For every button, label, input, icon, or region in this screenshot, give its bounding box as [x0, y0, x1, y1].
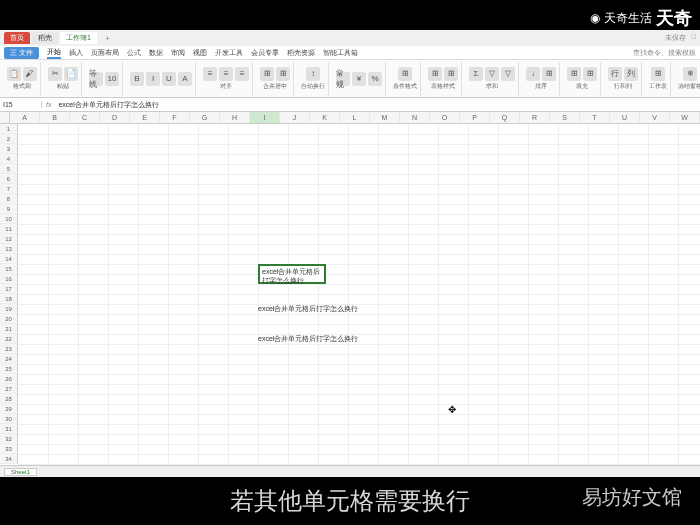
column-header[interactable]: U	[610, 112, 640, 123]
ribbon-icon[interactable]: ⊞	[651, 67, 665, 81]
ribbon-icon[interactable]: 📋	[7, 67, 21, 81]
menu-layout[interactable]: 页面布局	[91, 48, 119, 58]
formula-input[interactable]: excel合并单元格后打字怎么换行	[55, 100, 700, 110]
row-header[interactable]: 21	[0, 324, 18, 334]
ribbon-icon[interactable]: ▽	[501, 67, 515, 81]
menu-data[interactable]: 数据	[149, 48, 163, 58]
ribbon-icon[interactable]: 等线	[89, 72, 103, 86]
column-header[interactable]: Q	[490, 112, 520, 123]
row-header[interactable]: 17	[0, 284, 18, 294]
ribbon-icon[interactable]: ▽	[485, 67, 499, 81]
row-header[interactable]: 32	[0, 434, 18, 444]
row-header[interactable]: 24	[0, 354, 18, 364]
row-header[interactable]: 15	[0, 264, 18, 274]
ribbon-icon[interactable]: ⊞	[567, 67, 581, 81]
column-header[interactable]: F	[160, 112, 190, 123]
column-header[interactable]: S	[550, 112, 580, 123]
file-menu[interactable]: 三 文件	[4, 47, 39, 59]
column-header[interactable]: I	[250, 112, 280, 123]
ribbon-icon[interactable]: 行	[608, 67, 622, 81]
row-header[interactable]: 5	[0, 164, 18, 174]
ribbon-icon[interactable]: ✂	[48, 67, 62, 81]
menu-member[interactable]: 会员专享	[251, 48, 279, 58]
ribbon-icon[interactable]: ⊞	[444, 67, 458, 81]
menu-insert[interactable]: 插入	[69, 48, 83, 58]
cell-text[interactable]: excel合并单元格后打字怎么换行	[258, 304, 358, 314]
menu-smart[interactable]: 智能工具箱	[323, 48, 358, 58]
row-header[interactable]: 6	[0, 174, 18, 184]
ribbon-icon[interactable]: ≡	[219, 67, 233, 81]
tab-docer[interactable]: 稻壳	[32, 32, 58, 44]
ribbon-icon[interactable]: ≡	[203, 67, 217, 81]
ribbon-icon[interactable]: 10	[105, 72, 119, 86]
row-header[interactable]: 11	[0, 224, 18, 234]
column-header[interactable]: E	[130, 112, 160, 123]
menu-formula[interactable]: 公式	[127, 48, 141, 58]
row-header[interactable]: 22	[0, 334, 18, 344]
row-header[interactable]: 34	[0, 454, 18, 464]
row-header[interactable]: 3	[0, 144, 18, 154]
menu-start[interactable]: 开始	[47, 47, 61, 59]
select-all[interactable]	[0, 112, 10, 123]
row-header[interactable]: 25	[0, 364, 18, 374]
menu-docer[interactable]: 稻壳资源	[287, 48, 315, 58]
column-header[interactable]: C	[70, 112, 100, 123]
cell-text[interactable]: excel合并单元格后打字怎么换行	[258, 334, 358, 344]
column-header[interactable]: O	[430, 112, 460, 123]
row-header[interactable]: 13	[0, 244, 18, 254]
row-header[interactable]: 9	[0, 204, 18, 214]
ribbon-icon[interactable]: U	[162, 72, 176, 86]
column-header[interactable]: K	[310, 112, 340, 123]
row-header[interactable]: 1	[0, 124, 18, 134]
search-box[interactable]: 查找命令、搜索模板	[633, 48, 696, 58]
ribbon-icon[interactable]: ≡	[235, 67, 249, 81]
column-header[interactable]: M	[370, 112, 400, 123]
column-header[interactable]: B	[40, 112, 70, 123]
ribbon-icon[interactable]: %	[368, 72, 382, 86]
tab-home[interactable]: 首页	[4, 32, 30, 44]
column-header[interactable]: P	[460, 112, 490, 123]
row-header[interactable]: 16	[0, 274, 18, 284]
menu-view[interactable]: 视图	[193, 48, 207, 58]
row-header[interactable]: 33	[0, 444, 18, 454]
grid-body[interactable]: excel合并单元格后 打字怎么换行excel合并单元格后打字怎么换行excel…	[0, 124, 700, 465]
row-header[interactable]: 26	[0, 374, 18, 384]
column-header[interactable]: V	[640, 112, 670, 123]
new-tab-button[interactable]: +	[99, 33, 116, 44]
ribbon-icon[interactable]: B	[130, 72, 144, 86]
ribbon-icon[interactable]: ⊞	[583, 67, 597, 81]
ribbon-icon[interactable]: ⊞	[276, 67, 290, 81]
column-header[interactable]: A	[10, 112, 40, 123]
row-header[interactable]: 31	[0, 424, 18, 434]
row-header[interactable]: 10	[0, 214, 18, 224]
menu-dev[interactable]: 开发工具	[215, 48, 243, 58]
ribbon-icon[interactable]: ⊞	[542, 67, 556, 81]
row-header[interactable]: 23	[0, 344, 18, 354]
row-header[interactable]: 12	[0, 234, 18, 244]
column-header[interactable]: H	[220, 112, 250, 123]
sheet-tab[interactable]: Sheet1	[4, 468, 37, 476]
row-header[interactable]: 19	[0, 304, 18, 314]
ribbon-icon[interactable]: Σ	[469, 67, 483, 81]
ribbon-icon[interactable]: ⊞	[398, 67, 412, 81]
column-header[interactable]: G	[190, 112, 220, 123]
ribbon-icon[interactable]: ⊞	[428, 67, 442, 81]
menu-review[interactable]: 审阅	[171, 48, 185, 58]
row-header[interactable]: 18	[0, 294, 18, 304]
column-header[interactable]: T	[580, 112, 610, 123]
row-header[interactable]: 20	[0, 314, 18, 324]
row-header[interactable]: 28	[0, 394, 18, 404]
ribbon-icon[interactable]: A	[178, 72, 192, 86]
row-header[interactable]: 30	[0, 414, 18, 424]
window-control[interactable]: □	[692, 33, 696, 43]
row-header[interactable]: 8	[0, 194, 18, 204]
tab-workbook[interactable]: 工作簿1	[60, 32, 97, 44]
row-header[interactable]: 4	[0, 154, 18, 164]
ribbon-icon[interactable]: ↓	[526, 67, 540, 81]
column-header[interactable]: J	[280, 112, 310, 123]
ribbon-icon[interactable]: ❄	[683, 67, 697, 81]
active-merged-cell[interactable]: excel合并单元格后 打字怎么换行	[258, 264, 326, 284]
column-header[interactable]: R	[520, 112, 550, 123]
column-header[interactable]: W	[670, 112, 700, 123]
ribbon-icon[interactable]: ⊞	[260, 67, 274, 81]
